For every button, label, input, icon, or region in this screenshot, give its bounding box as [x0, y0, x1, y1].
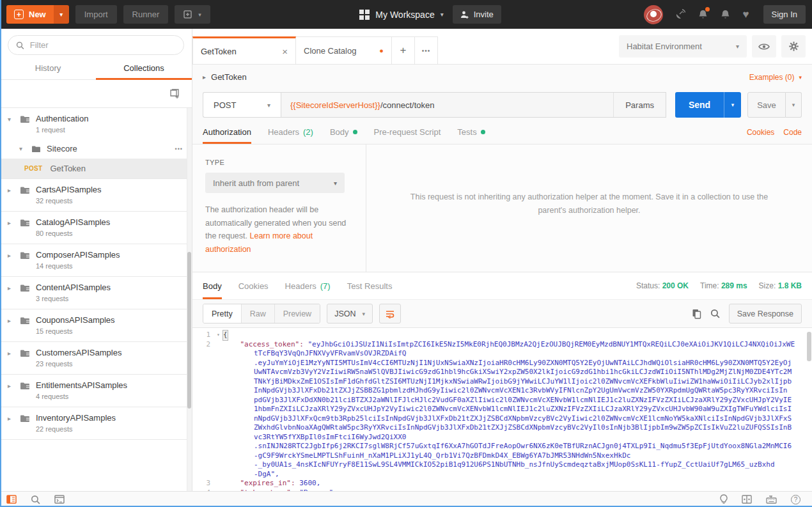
- tab-history[interactable]: History: [0, 59, 96, 80]
- collection-row[interactable]: ▸ CustomersAPISamples23 requests: [0, 342, 192, 375]
- open-new-window-button[interactable]: ▾: [175, 5, 210, 24]
- help-icon[interactable]: ?: [791, 495, 800, 504]
- new-tab-button[interactable]: +: [392, 36, 415, 64]
- line-number: 1: [192, 331, 217, 340]
- keyboard-shortcuts-icon[interactable]: [766, 495, 777, 504]
- tests-indicator-dot: [481, 130, 485, 134]
- code-link[interactable]: Code: [783, 128, 802, 137]
- tab-clone-catalog[interactable]: Clone Catalog ●: [296, 36, 392, 64]
- environment-settings-button[interactable]: [781, 35, 806, 58]
- sidebar-scrollbar[interactable]: [187, 108, 192, 491]
- send-options-button[interactable]: ▾: [724, 92, 741, 118]
- collection-authentication: ▾ Authentication 1 request ▾ Sitecore ••…: [0, 108, 192, 179]
- collection-row[interactable]: ▸ CouponsAPISamples15 requests: [0, 309, 192, 342]
- send-button[interactable]: Send: [675, 92, 724, 118]
- collection-row[interactable]: ▸ EntitlementsAPISamples4 requests: [0, 375, 192, 407]
- tab-test-results[interactable]: Test Results: [347, 272, 393, 299]
- notifications-bell-icon[interactable]: [698, 9, 708, 20]
- collection-row[interactable]: ▸ CatalogAPISamples80 requests: [0, 212, 192, 244]
- method-selector[interactable]: POST ▾: [203, 92, 281, 118]
- plus-icon: +: [400, 44, 407, 57]
- search-response-icon[interactable]: [710, 309, 720, 318]
- examples-label: Examples (0): [749, 73, 795, 82]
- fold-arrow-icon[interactable]: ▾: [217, 331, 223, 340]
- filter-input[interactable]: [30, 40, 176, 50]
- save-button[interactable]: Save: [747, 92, 786, 118]
- import-button[interactable]: Import: [75, 5, 117, 24]
- tab-label: GetToken: [201, 47, 237, 56]
- view-pretty-button[interactable]: Pretty: [203, 304, 242, 323]
- satellite-icon[interactable]: [675, 9, 686, 20]
- view-preview-label: Preview: [283, 309, 311, 318]
- response-format-selector[interactable]: JSON ▾: [327, 304, 373, 324]
- two-pane-layout-icon[interactable]: [742, 495, 752, 504]
- workspace-picker[interactable]: My Workspace ▾: [359, 10, 443, 20]
- collection-name: InventoryAPISamples: [36, 413, 116, 423]
- tab-prerequest-script[interactable]: Pre-request Script: [374, 120, 441, 144]
- tab-headers[interactable]: Headers(2): [268, 120, 313, 144]
- response-view-switch: Pretty Raw Preview: [203, 304, 320, 324]
- bell-icon[interactable]: [720, 9, 731, 20]
- response-body-viewer[interactable]: 1▾{ 2 "access_token": "eyJhbGciOiJSUzI1N…: [192, 328, 812, 491]
- collection-folder-icon: [20, 114, 30, 134]
- chevron-down-icon: ▾: [334, 180, 337, 187]
- collection-name: CouponsAPISamples: [36, 315, 115, 325]
- copy-icon[interactable]: [692, 309, 701, 319]
- chevron-down-icon: ▾: [19, 145, 26, 152]
- lightbulb-icon[interactable]: [720, 494, 728, 504]
- tab-response-headers[interactable]: Headers(7): [285, 272, 331, 299]
- heart-icon[interactable]: ♥: [742, 9, 749, 20]
- save-response-button[interactable]: Save Response: [729, 304, 802, 324]
- view-raw-button[interactable]: Raw: [242, 304, 275, 323]
- workspace-label: My Workspace: [375, 10, 434, 20]
- collection-row[interactable]: ▸ CartsAPISamples32 requests: [0, 179, 192, 212]
- runner-button[interactable]: Runner: [123, 5, 169, 24]
- tab-body[interactable]: Body: [330, 120, 357, 144]
- tab-response-body[interactable]: Body: [203, 272, 222, 299]
- request-title-toggle[interactable]: ▸ GetToken: [203, 72, 247, 82]
- tab-authorization[interactable]: Authorization: [203, 120, 251, 144]
- collection-name: ComposerAPISamples: [36, 250, 120, 260]
- sign-in-label: Sign In: [772, 10, 797, 19]
- auth-type-selector[interactable]: Inherit auth from parent ▾: [205, 173, 345, 193]
- url-input[interactable]: {{SitecoreIdServerHost}}/connect/token P…: [281, 92, 666, 118]
- tab-collections[interactable]: Collections: [96, 59, 192, 80]
- new-dropdown-button[interactable]: ▾: [54, 5, 69, 24]
- collection-count: 80 requests: [36, 230, 110, 237]
- request-item-gettoken[interactable]: POST GetToken: [0, 159, 192, 178]
- tab-headers-label: Headers: [268, 127, 299, 137]
- tab-options-button[interactable]: •••: [415, 36, 438, 64]
- folder-actions-menu[interactable]: •••: [175, 146, 183, 152]
- examples-dropdown[interactable]: Examples (0) ▾: [749, 73, 802, 82]
- collection-row[interactable]: ▾ Authentication 1 request: [0, 108, 192, 139]
- chevron-right-icon: ▸: [8, 217, 14, 237]
- save-options-button[interactable]: ▾: [786, 92, 802, 118]
- toggle-sidebar-icon[interactable]: [6, 495, 17, 504]
- wrap-lines-button[interactable]: [379, 304, 401, 324]
- folder-sitecore[interactable]: ▾ Sitecore •••: [0, 139, 192, 159]
- tab-gettoken[interactable]: GetToken ×: [192, 36, 296, 64]
- collection-row[interactable]: ▸ ContentAPISamples3 requests: [0, 277, 192, 309]
- environment-selector[interactable]: Habitat Environment ▾: [619, 35, 747, 58]
- gear-icon: [788, 41, 799, 52]
- request-header: ▸ GetToken Examples (0) ▾: [192, 65, 812, 90]
- sign-in-button[interactable]: Sign In: [763, 5, 806, 24]
- chevron-down-icon: ▾: [267, 102, 270, 109]
- cookies-link[interactable]: Cookies: [747, 128, 774, 137]
- new-button[interactable]: + New: [6, 5, 54, 24]
- environment-quicklook-button[interactable]: [752, 35, 776, 58]
- close-icon[interactable]: ×: [282, 46, 288, 57]
- collection-row[interactable]: ▸ ComposerAPISamples14 requests: [0, 244, 192, 277]
- tab-response-cookies[interactable]: Cookies: [238, 272, 269, 299]
- invite-button[interactable]: Invite: [453, 5, 501, 24]
- response-scrollbar-thumb[interactable]: [807, 332, 811, 361]
- search-all-icon[interactable]: [31, 495, 40, 504]
- new-collection-icon[interactable]: [169, 89, 180, 99]
- params-button[interactable]: Params: [613, 93, 666, 117]
- tab-tests[interactable]: Tests: [457, 120, 485, 144]
- sidebar-scrollbar-thumb[interactable]: [187, 252, 191, 409]
- console-icon[interactable]: [54, 495, 65, 504]
- view-preview-button[interactable]: Preview: [275, 304, 320, 323]
- collection-row[interactable]: ▸ InventoryAPISamples22 requests: [0, 407, 192, 440]
- time-label: Time:: [700, 281, 719, 290]
